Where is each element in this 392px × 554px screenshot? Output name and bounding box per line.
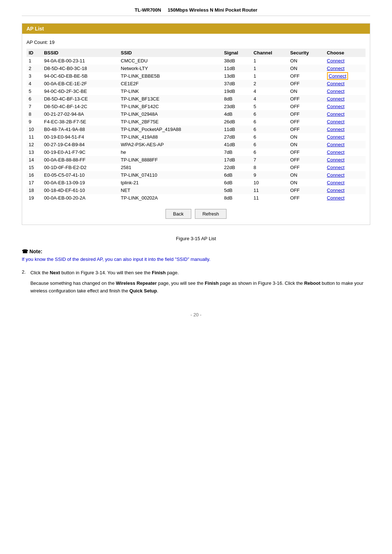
page-footer: - 20 - [22, 312, 370, 317]
cell-connect[interactable]: Connect [325, 179, 366, 186]
cell-channel: 6 [252, 126, 288, 133]
cell-id: 7 [26, 103, 42, 110]
table-row: 10B0-48-7A-41-9A-88TP-LINK_PocketAP_419A… [26, 126, 366, 133]
cell-id: 19 [26, 194, 42, 202]
cell-channel: 9 [252, 171, 288, 179]
connect-link[interactable]: Connect [327, 119, 344, 124]
cell-signal: 5dB [222, 186, 251, 194]
table-row: 1500-1D-0F-FB-E2-D2258122dB8OFFConnect [26, 164, 366, 171]
cell-security: OFF [288, 118, 325, 126]
cell-channel: 1 [252, 65, 288, 72]
step-para-2: Because something has changed on the Wir… [30, 280, 364, 295]
connect-link[interactable]: Connect [327, 188, 344, 193]
table-header: ID BSSID SSID Signal Channel Security Ch… [26, 49, 366, 57]
cell-security: OFF [288, 72, 325, 80]
connect-link[interactable]: Connect [327, 72, 348, 80]
cell-security: OFF [288, 80, 325, 87]
cell-channel: 7 [252, 156, 288, 164]
cell-security: OFF [288, 126, 325, 133]
cell-id: 16 [26, 171, 42, 179]
connect-link[interactable]: Connect [327, 127, 344, 132]
cell-connect[interactable]: Connect [325, 164, 366, 171]
refresh-button[interactable]: Refresh [195, 209, 227, 219]
cell-connect[interactable]: Connect [325, 171, 366, 179]
cell-bssid: 00-0A-EB-88-88-FF [42, 156, 119, 164]
connect-link[interactable]: Connect [327, 172, 344, 178]
cell-signal: 4dB [222, 110, 251, 118]
connect-link[interactable]: Connect [327, 142, 344, 147]
model-description: 150Mbps Wireless N Mini Pocket Router [168, 7, 257, 13]
cell-signal: 6dB [222, 171, 251, 179]
cell-channel: 2 [252, 80, 288, 87]
connect-link[interactable]: Connect [327, 111, 344, 117]
cell-connect[interactable]: Connect [325, 80, 366, 87]
cell-connect[interactable]: Connect [325, 87, 366, 95]
cell-connect[interactable]: Connect [325, 57, 366, 65]
cell-signal: 8dB [222, 95, 251, 103]
cell-signal: 11dB [222, 65, 251, 72]
cell-channel: 6 [252, 148, 288, 156]
cell-channel: 4 [252, 95, 288, 103]
cell-id: 10 [26, 126, 42, 133]
table-row: 1400-0A-EB-88-88-FFTP-LINK_8888FF17dB7OF… [26, 156, 366, 164]
cell-id: 5 [26, 87, 42, 95]
table-body: 194-0A-EB-00-23-11CMCC_EDU38dB1ONConnect… [26, 57, 366, 202]
connect-link[interactable]: Connect [327, 58, 344, 63]
cell-connect[interactable]: Connect [325, 95, 366, 103]
ap-count-value: 19 [49, 40, 54, 45]
cell-security: OFF [288, 186, 325, 194]
cell-connect[interactable]: Connect [325, 156, 366, 164]
table-row: 194-0A-EB-00-23-11CMCC_EDU38dB1ONConnect [26, 57, 366, 65]
note-text: If you know the SSID of the desired AP, … [22, 257, 370, 262]
table-row: 1900-0A-EB-00-20-2ATP-LINK_00202A8dB11OF… [26, 194, 366, 202]
cell-bssid: B0-48-7A-41-9A-88 [42, 126, 119, 133]
cell-connect[interactable]: Connect [325, 141, 366, 148]
cell-ssid: he [119, 148, 222, 156]
connect-link[interactable]: Connect [327, 157, 344, 163]
back-button[interactable]: Back [166, 209, 191, 219]
cell-connect[interactable]: Connect [325, 110, 366, 118]
cell-connect[interactable]: Connect [325, 186, 366, 194]
cell-ssid: WPA2-PSK-AES-AP [119, 141, 222, 148]
cell-ssid: TP-LINK_419A88 [119, 133, 222, 141]
cell-bssid: 00-21-27-02-94-8A [42, 110, 119, 118]
cell-ssid: TP-LINK_BF142C [119, 103, 222, 110]
connect-link[interactable]: Connect [327, 134, 344, 140]
col-security: Security [288, 49, 325, 57]
connect-link[interactable]: Connect [327, 96, 344, 102]
cell-connect[interactable]: Connect [325, 194, 366, 202]
connect-link[interactable]: Connect [327, 66, 344, 71]
cell-connect[interactable]: Connect [325, 103, 366, 110]
connect-link[interactable]: Connect [327, 89, 344, 94]
cell-channel: 8 [252, 164, 288, 171]
connect-link[interactable]: Connect [327, 81, 344, 86]
cell-connect[interactable]: Connect [325, 126, 366, 133]
cell-connect[interactable]: Connect [325, 133, 366, 141]
connect-link[interactable]: Connect [327, 104, 344, 109]
steps-section: 2. Click the Next button in Figure 3-14.… [22, 269, 370, 297]
cell-id: 17 [26, 179, 42, 186]
cell-connect[interactable]: Connect [325, 148, 366, 156]
cell-security: OFF [288, 194, 325, 202]
connect-link[interactable]: Connect [327, 180, 344, 185]
cell-signal: 13dB [222, 72, 251, 80]
table-row: 16E0-05-C5-07-41-10TP-LINK_0741106dB9ONC… [26, 171, 366, 179]
connect-link[interactable]: Connect [327, 149, 344, 155]
ap-list-panel: AP List AP Count: 19 ID BSSID SSID Signa… [22, 23, 370, 225]
cell-connect[interactable]: Connect [325, 118, 366, 126]
note-icon: ☎ [22, 249, 28, 254]
cell-id: 18 [26, 186, 42, 194]
cell-connect[interactable]: Connect [325, 65, 366, 72]
cell-signal: 11dB [222, 126, 251, 133]
connect-link[interactable]: Connect [327, 165, 344, 170]
cell-id: 13 [26, 148, 42, 156]
cell-ssid: CMCC_EDU [119, 57, 222, 65]
connect-link[interactable]: Connect [327, 195, 344, 201]
cell-bssid: D8-5D-4C-B0-3C-18 [42, 65, 119, 72]
col-ssid: SSID [119, 49, 222, 57]
cell-ssid: TP-LINK_PocketAP_419A88 [119, 126, 222, 133]
table-row: 594-0C-6D-2F-3C-BETP-LINK19dB4ONConnect [26, 87, 366, 95]
ap-count-label: AP Count: [26, 40, 48, 45]
cell-connect[interactable]: Connect [325, 72, 366, 80]
cell-channel: 6 [252, 118, 288, 126]
